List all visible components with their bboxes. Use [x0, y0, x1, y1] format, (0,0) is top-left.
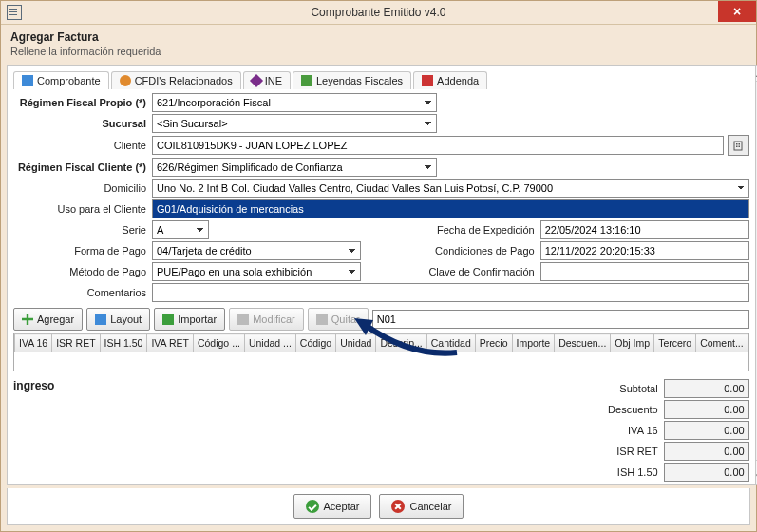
- tab-addenda[interactable]: Addenda: [413, 71, 487, 89]
- grid-col[interactable]: IVA RET: [147, 334, 193, 352]
- domicilio-select[interactable]: Uno No. 2 Int B Col. Ciudad Valles Centr…: [152, 179, 749, 198]
- total-value: 0.00: [664, 379, 749, 398]
- form: Régimen Fiscal Propio (*)621/Incorporaci…: [13, 93, 749, 302]
- grid-col[interactable]: Código: [295, 334, 335, 352]
- grid-col[interactable]: Importe: [512, 334, 555, 352]
- serie-select[interactable]: A: [152, 220, 209, 239]
- modificar-button[interactable]: Modificar: [229, 308, 304, 331]
- grid-col[interactable]: Obj Imp: [611, 334, 654, 352]
- lbl-forma-pago: Forma de Pago: [13, 245, 152, 256]
- total-label: IVA 16: [573, 425, 664, 436]
- titlebar: Comprobante Emitido v4.0 ×: [1, 1, 756, 25]
- lbl-serie: Serie: [13, 224, 152, 236]
- grid-col[interactable]: Unidad: [336, 334, 376, 352]
- close-button[interactable]: ×: [718, 1, 756, 22]
- tab-leyendas[interactable]: Leyendas Fiscales: [293, 71, 411, 89]
- footer: Aceptar Cancelar: [7, 488, 750, 525]
- grid-col[interactable]: Código ...: [193, 334, 244, 352]
- main-panel: Comprobante CFDI's Relacionados INE Leye…: [7, 65, 756, 484]
- comentarios-input[interactable]: [152, 283, 749, 302]
- metodo-pago-select[interactable]: PUE/Pago en una sola exhibición: [152, 262, 361, 281]
- cliente-lookup-button[interactable]: [728, 135, 749, 156]
- item-search-input[interactable]: [372, 310, 749, 329]
- lbl-regimen-propio: Régimen Fiscal Propio (*): [13, 97, 152, 108]
- quitar-button[interactable]: Quitar: [308, 308, 369, 331]
- cond-pago-input[interactable]: [540, 241, 749, 260]
- total-value: 0.00: [664, 442, 749, 461]
- total-row: Descuento0.00: [573, 400, 749, 419]
- x-icon: [391, 500, 405, 513]
- lbl-metodo-pago: Método de Pago: [13, 266, 152, 277]
- window: Comprobante Emitido v4.0 × Agregar Factu…: [0, 0, 757, 532]
- aceptar-button[interactable]: Aceptar: [293, 494, 372, 519]
- tab-comprobante[interactable]: Comprobante: [13, 71, 109, 89]
- uso-cliente-select[interactable]: G01/Adquisición de mercancias: [152, 200, 749, 218]
- page-subtitle: Rellene la información requerida: [10, 46, 747, 57]
- fecha-exp-input[interactable]: [540, 220, 749, 239]
- diamond-icon: [250, 74, 263, 87]
- total-label: Subtotal: [573, 383, 664, 394]
- lbl-comentarios: Comentarios: [13, 287, 152, 298]
- window-title: Comprobante Emitido v4.0: [311, 6, 445, 19]
- clave-conf-input[interactable]: [540, 262, 749, 281]
- import-icon: [162, 314, 174, 325]
- forma-pago-select[interactable]: 04/Tarjeta de crédito: [152, 241, 361, 260]
- lbl-sucursal: Sucursal: [13, 118, 152, 129]
- svg-rect-0: [734, 142, 742, 150]
- tab-ine[interactable]: INE: [243, 71, 291, 89]
- total-row: ISH 1.500.00: [573, 463, 749, 482]
- total-label: ISH 1.50: [573, 466, 664, 478]
- totals: Subtotal0.00Descuento0.00IVA 160.00ISR R…: [573, 379, 749, 484]
- total-row: IVA 160.00: [573, 421, 749, 440]
- total-label: Descuento: [573, 404, 664, 415]
- grid-col[interactable]: Cantidad: [426, 334, 475, 352]
- items-grid[interactable]: IVA 16ISR RETISH 1.50IVA RETCódigo ...Un…: [13, 332, 749, 371]
- svg-rect-2: [739, 143, 741, 145]
- lbl-clave-conf: Clave de Confirmación: [402, 266, 540, 277]
- lbl-uso-cliente: Uso para el Cliente: [13, 203, 152, 215]
- cancelar-button[interactable]: Cancelar: [379, 494, 464, 519]
- total-label: ISR RET: [573, 446, 664, 457]
- note-icon: [301, 75, 312, 86]
- grid-col[interactable]: Unidad ...: [244, 334, 295, 352]
- grid-col[interactable]: Precio: [475, 334, 512, 352]
- grid-col[interactable]: Tercero: [654, 334, 696, 352]
- page-title: Agregar Factura: [10, 30, 747, 44]
- lbl-fecha-exp: Fecha de Expedición: [402, 224, 540, 236]
- type-label: ingreso: [13, 379, 54, 484]
- app-icon: [7, 5, 22, 20]
- items-toolbar: Agregar Layout Importar Modificar Quitar: [13, 308, 749, 331]
- lbl-regimen-cliente: Régimen Fiscal Cliente (*): [13, 162, 152, 173]
- agregar-button[interactable]: Agregar: [13, 308, 83, 331]
- sucursal-select[interactable]: <Sin Sucursal>: [152, 114, 437, 133]
- total-value: 0.00: [664, 421, 749, 440]
- cliente-input[interactable]: [152, 136, 724, 155]
- edit-icon: [237, 314, 249, 325]
- importar-button[interactable]: Importar: [154, 308, 225, 331]
- addenda-icon: [422, 75, 433, 86]
- check-icon: [306, 500, 319, 513]
- tabs: Comprobante CFDI's Relacionados INE Leye…: [13, 71, 749, 89]
- total-value: 0.00: [664, 400, 749, 419]
- grid-col[interactable]: Descrip...: [376, 334, 426, 352]
- total-row: ISR RET0.00: [573, 442, 749, 461]
- grid-col[interactable]: IVA 16: [15, 334, 52, 352]
- layout-button[interactable]: Layout: [86, 308, 150, 331]
- header: Agregar Factura Rellene la información r…: [1, 25, 756, 65]
- svg-rect-4: [739, 146, 741, 148]
- regimen-cliente-select[interactable]: 626/Régimen Simplificado de Confianza: [152, 158, 437, 177]
- layout-icon: [95, 314, 106, 325]
- grid-col[interactable]: Coment...: [696, 334, 748, 352]
- grid-col[interactable]: Descuen...: [555, 334, 611, 352]
- total-row: Subtotal0.00: [573, 379, 749, 398]
- grid-col[interactable]: ISH 1.50: [100, 334, 147, 352]
- svg-rect-1: [736, 143, 738, 145]
- grid-col[interactable]: ISR RET: [52, 334, 100, 352]
- building-icon: [732, 140, 744, 151]
- svg-rect-3: [736, 146, 738, 148]
- link-icon: [120, 75, 131, 86]
- doc-icon: [22, 75, 33, 86]
- regimen-propio-select[interactable]: 621/Incorporación Fiscal: [152, 93, 437, 112]
- plus-icon: [22, 314, 33, 325]
- tab-cfdi[interactable]: CFDI's Relacionados: [111, 71, 241, 89]
